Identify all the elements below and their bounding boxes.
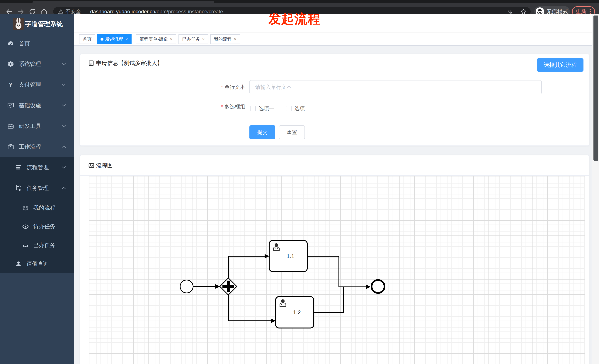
bookmark-star-icon[interactable]: [520, 8, 527, 15]
required-mark: *: [221, 104, 223, 110]
card-title: 流程图: [96, 155, 113, 176]
chevron-up-icon: [61, 186, 66, 190]
browser-menu-icon: [590, 11, 591, 12]
document-icon: [88, 60, 94, 66]
single-line-text-input[interactable]: [249, 80, 542, 94]
sidebar-item-devtools[interactable]: 研发工具: [0, 116, 74, 136]
dashboard-icon: [7, 40, 14, 47]
chevron-up-icon: [61, 145, 66, 149]
sidebar-item-leave-query[interactable]: 请假查询: [0, 254, 74, 273]
tag-done-tasks[interactable]: 已办任务×: [178, 34, 208, 44]
reset-button[interactable]: 重置: [279, 125, 305, 139]
tags-view-bar: 首页 发起流程× 流程表单-编辑× 已办任务× 我的流程×: [74, 33, 599, 46]
bpmn-sequence-flow: [228, 295, 271, 321]
checkbox-option-1-label[interactable]: 选项一: [259, 103, 274, 114]
gear-icon: [7, 61, 14, 67]
picture-icon: [88, 163, 94, 169]
browser-menu-icon: [590, 13, 591, 14]
text-field-label: *单行文本: [154, 80, 245, 94]
sidebar-item-process-mgmt[interactable]: 流程管理: [0, 157, 74, 178]
bpmn-canvas[interactable]: 1.1 1.2: [89, 176, 585, 364]
chevron-down-icon: [61, 103, 66, 107]
workflow-submenu: 流程管理 任务管理 我的流程 待办任务 已办任务 请假: [0, 157, 74, 273]
arrowhead: [271, 319, 276, 323]
sidebar-item-home[interactable]: 首页: [0, 33, 74, 54]
arrowhead: [215, 284, 220, 289]
url-path: /bpm/process-instance/create: [155, 9, 223, 14]
annotation-overlay-text: 发起流程: [268, 11, 321, 27]
bpmn-start-event[interactable]: [180, 280, 193, 293]
url-host: dashboard.yudao.iocoder.cn: [90, 9, 155, 14]
scrollbar-track[interactable]: [592, 14, 599, 364]
sidebar-item-done-tasks[interactable]: 已办任务: [0, 236, 74, 254]
bpmn-sequence-flow: [314, 287, 343, 313]
list-tree-icon: [15, 164, 22, 171]
sidebar-item-workflow[interactable]: 工作流程: [0, 136, 74, 157]
eye-open-icon: [22, 223, 29, 230]
browser-menu-icon[interactable]: [590, 9, 591, 10]
apply-info-card: 申请信息【测试多审批人】 选择其它流程 *单行文本 *多选框组 选项一 选项二 …: [80, 54, 589, 146]
task-label: 1.2: [293, 309, 301, 315]
sidebar: 芋道管理系统 首页 系统管理 ¥ 支付管理 基础设施 研发工具 工作: [0, 14, 74, 364]
close-icon[interactable]: ×: [234, 37, 237, 41]
checkbox-option-2[interactable]: [286, 106, 291, 111]
monitor-icon: [7, 102, 14, 109]
org-share-icon: [15, 185, 22, 191]
user-icon: [15, 261, 22, 267]
tag-start-process[interactable]: 发起流程×: [97, 34, 132, 44]
checkbox-group-label: *多选框组: [154, 102, 245, 112]
sidebar-item-system[interactable]: 系统管理: [0, 54, 74, 74]
task-label: 1.1: [287, 253, 294, 259]
divider: [86, 9, 86, 14]
smiley-icon: [22, 204, 29, 211]
main-content: 申请信息【测试多审批人】 选择其它流程 *单行文本 *多选框组 选项一 选项二 …: [74, 46, 599, 364]
app-title[interactable]: 芋道管理系统: [25, 18, 63, 30]
briefcase-icon: [7, 144, 14, 150]
choose-other-process-button[interactable]: 选择其它流程: [537, 58, 583, 72]
toolbox-icon: [7, 123, 14, 129]
browser-tab[interactable]: [33, 1, 214, 3]
close-icon[interactable]: ×: [170, 37, 173, 41]
sidebar-item-todo-tasks[interactable]: 待办任务: [0, 217, 74, 236]
bpmn-diagram: 1.1 1.2: [89, 176, 585, 364]
not-secure-icon: [58, 9, 63, 14]
card-header: 流程图: [80, 155, 589, 176]
checkbox-option-1[interactable]: [250, 106, 256, 111]
page-header: 首页 / 发起流程 ? tT: [74, 14, 599, 33]
arrowhead: [264, 254, 269, 258]
password-key-icon[interactable]: [508, 9, 514, 15]
bpmn-end-event[interactable]: [371, 280, 385, 293]
browser-tabstrip: [0, 0, 599, 3]
required-mark: *: [221, 84, 223, 90]
logo-avatar[interactable]: [13, 18, 24, 30]
active-dot: [100, 38, 104, 41]
sidebar-item-payment[interactable]: ¥ 支付管理: [0, 74, 74, 95]
arrowhead: [366, 285, 371, 289]
close-icon[interactable]: ×: [202, 37, 205, 41]
card-header: 申请信息【测试多审批人】 选择其它流程: [80, 54, 589, 72]
tag-form-edit[interactable]: 流程表单-编辑×: [136, 34, 176, 44]
tag-home[interactable]: 首页: [79, 34, 95, 44]
chevron-down-icon: [61, 62, 66, 66]
svg-text:¥: ¥: [9, 81, 13, 88]
eye-closed-icon: [22, 242, 29, 249]
scrollbar-thumb[interactable]: [593, 16, 598, 161]
flow-diagram-card: 流程图: [80, 155, 589, 364]
sidebar-item-my-process[interactable]: 我的流程: [0, 198, 74, 217]
chevron-down-icon: [61, 83, 66, 87]
submit-button[interactable]: 提交: [249, 125, 275, 139]
yen-icon: ¥: [7, 81, 14, 88]
tag-my-process[interactable]: 我的流程×: [210, 34, 240, 44]
screen: 不安全 dashboard.yudao.iocoder.cn/bpm/proce…: [0, 0, 599, 364]
checkbox-option-2-label[interactable]: 选项二: [294, 103, 310, 114]
chevron-down-icon: [61, 124, 66, 128]
gateway-plus: [227, 280, 230, 292]
bpmn-sequence-flow: [307, 256, 366, 287]
close-icon[interactable]: ×: [125, 37, 128, 41]
sidebar-item-task-mgmt[interactable]: 任务管理: [0, 178, 74, 198]
card-title: 申请信息【测试多审批人】: [96, 54, 163, 72]
chevron-down-icon: [61, 166, 66, 169]
sidebar-item-infra[interactable]: 基础设施: [0, 95, 74, 116]
bpmn-sequence-flow: [228, 256, 265, 278]
